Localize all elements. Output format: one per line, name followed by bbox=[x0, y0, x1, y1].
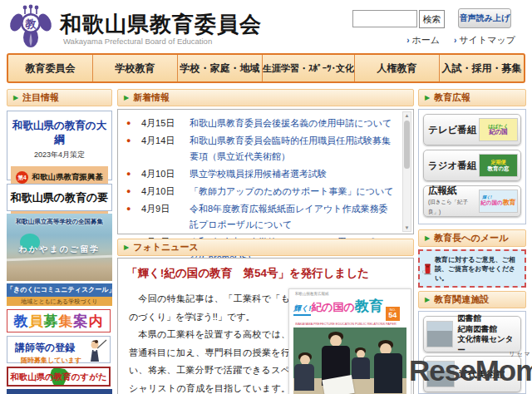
sitemap-link[interactable]: ›サイトマップ bbox=[454, 35, 515, 45]
news-link[interactable]: 和歌山県教育委員会後援名義の使用申請について bbox=[190, 116, 397, 131]
issue-number-badge: NO. 54 bbox=[386, 307, 400, 321]
search-button[interactable]: 検索 bbox=[419, 10, 445, 28]
news-item: ● 4月10日 「教師力アップのためのサポート事業」について bbox=[126, 184, 397, 199]
section-arrow-icon: ▶ bbox=[425, 234, 430, 242]
library-photo bbox=[426, 321, 453, 347]
postbox-icon bbox=[422, 255, 432, 282]
pr-header: ▶ 教育広報 bbox=[418, 89, 526, 106]
main-nav: 教育委員会 学校教育 学校・家庭・地域 生涯学習・ｽﾎﾟｰﾂ・文化 人権教育 入… bbox=[7, 53, 525, 83]
nav-tab-human-rights[interactable]: 人権教育 bbox=[354, 55, 439, 81]
page-title: 和歌山県教育委員会 bbox=[60, 10, 262, 39]
photo-news-article: 「輝く!紀の国の教育 第54号」を発行しました 今回の特集記事は、「工業科で「も… bbox=[117, 258, 414, 394]
library-button[interactable]: 図書館 紀南図書館 文化情報センター bbox=[423, 316, 521, 352]
pr-paper-thumbnail: 輝く! 紀の国の教育 bbox=[479, 190, 518, 213]
bullet-icon: ● bbox=[126, 133, 135, 165]
nav-tab-lifelong-learning[interactable]: 生涯学習・ｽﾎﾟｰﾂ・文化 bbox=[262, 55, 354, 81]
section-arrow-icon: ▶ bbox=[124, 94, 129, 101]
news-header: ▶ 新着情報 bbox=[117, 89, 414, 106]
classroom-photo bbox=[293, 328, 406, 394]
news-link[interactable]: 和歌山県教育委員会臨時的任用職員任用試験募集要項（県立近代美術館） bbox=[190, 133, 397, 165]
scrollbar-thumb[interactable] bbox=[404, 121, 410, 169]
resemom-watermark: リセマム ReseMom. bbox=[409, 350, 532, 384]
facilities-header: ▶ 教育関連施設 bbox=[418, 291, 526, 308]
section-arrow-icon: ▶ bbox=[425, 296, 430, 303]
section-title: 注目情報 bbox=[22, 91, 59, 104]
education-profile-banner[interactable]: 和歌山県の教育のすがた bbox=[7, 367, 111, 387]
radio-program-button[interactable]: ラジオ番組 定期便 教育の窓 bbox=[423, 150, 521, 181]
lecturer-registration-banner[interactable]: 講師等の登録 随時募集しています bbox=[7, 336, 111, 363]
news-link[interactable]: 「教師力アップのためのサポート事業」について bbox=[190, 184, 397, 199]
community-school-banner[interactable]: 「きのくにコミュニティスクール」の推進 地域とともにある学校づくり bbox=[7, 283, 112, 306]
section-title: 教育関連施設 bbox=[434, 293, 489, 306]
pr-box: テレビ番組 はばたく 紀の国 ラジオ番組 定期便 教育の窓 広報紙(旧きこら「紀… bbox=[418, 109, 526, 224]
section-arrow-icon: ▶ bbox=[13, 94, 18, 101]
teacher-illustration-icon bbox=[87, 338, 107, 362]
nav-tab-school-education[interactable]: 学校教育 bbox=[92, 55, 177, 81]
mail-header: ▶ 教育長へのメール bbox=[418, 229, 526, 247]
mail-to-superintendent-banner[interactable]: 教育に対するご意見、ご相談、ご提言をお寄せください。 bbox=[418, 249, 526, 288]
education-plan-box: 和歌山県の教育の大綱 2023年4月策定 第4期 和歌山県教育振興基本計画 20… bbox=[7, 111, 112, 180]
pr-paper-button[interactable]: 広報紙(旧きこら「紀子良」) 輝く! 紀の国の教育 bbox=[423, 185, 521, 217]
teacher-recruitment-banner[interactable]: 教 員 募 集 案 内 bbox=[7, 309, 111, 332]
news-scrollbar[interactable]: ▲ ▼ bbox=[402, 111, 411, 232]
news-item: ● 4月15日 和歌山県教育委員会後援名義の使用申請について bbox=[126, 116, 397, 131]
phase-badge: 第4期 bbox=[16, 171, 28, 184]
bullet-icon: ● bbox=[126, 116, 135, 131]
tv-program-thumbnail: はばたく 紀の国 bbox=[479, 118, 518, 141]
cropped-banner[interactable] bbox=[7, 389, 112, 394]
news-item: ● 4月14日 和歌山県教育委員会臨時的任用職員任用試験募集要項（県立近代美術館… bbox=[126, 133, 397, 165]
site-logo[interactable]: 教 bbox=[7, 4, 55, 49]
news-list-box: ● 4月15日 和歌山県教育委員会後援名義の使用申請について ● 4月14日 和… bbox=[117, 109, 414, 234]
scroll-up-icon[interactable]: ▲ bbox=[403, 113, 411, 118]
news-link[interactable]: 県立学校職員採用候補者選考試験 bbox=[190, 166, 397, 182]
section-arrow-icon: ▶ bbox=[425, 94, 430, 101]
wakayama-emblem-icon: 教 bbox=[7, 4, 55, 49]
nav-tab-school-family-region[interactable]: 学校・家庭・地域 bbox=[177, 55, 262, 81]
news-link[interactable]: 令和8年度教育広報紙紙面レイアウト作成業務委託プロポーザルについて bbox=[190, 201, 397, 233]
logo-kanji: 教 bbox=[25, 17, 37, 30]
search-input[interactable] bbox=[352, 10, 417, 27]
bullet-icon: ● bbox=[126, 166, 135, 182]
article-body: 今回の特集記事は、「工業科で「ものづくり」を学ぼう!!」です。 本県の工業科を設… bbox=[129, 290, 290, 394]
page-subtitle: Wakayama Prefectural Board of Education bbox=[63, 37, 212, 46]
notable-info-header: ▶ 注目情報 bbox=[7, 89, 112, 106]
bullet-icon: ● bbox=[126, 201, 135, 233]
utility-links: ›ホーム ›サイトマップ bbox=[395, 34, 515, 47]
news-item: ● 4月9日 令和8年度教育広報紙紙面レイアウト作成業務委託プロポーザルについて bbox=[126, 201, 397, 233]
section-title: 教育広報 bbox=[434, 91, 470, 104]
nav-tab-exams-recruitment[interactable]: 入試・採用・募集 bbox=[439, 55, 524, 81]
magazine-cover-image: 和歌山県教育広報紙 輝く! 紀の国の 教育 NO. 54 WAKAYAMA PR… bbox=[288, 288, 411, 394]
chevron-right-icon: › bbox=[454, 36, 456, 45]
scroll-down-icon[interactable]: ▼ bbox=[403, 225, 411, 230]
section-title: 新着情報 bbox=[133, 91, 170, 104]
news-item: ● 4月10日 県立学校職員採用候補者選考試験 bbox=[126, 166, 397, 182]
education-outline-link[interactable]: 和歌山県の教育の大綱 bbox=[7, 119, 111, 147]
text-to-speech-button[interactable]: 音声読み上げ bbox=[458, 8, 511, 28]
section-title: 教育長へのメール bbox=[434, 232, 508, 244]
section-arrow-icon: ▶ bbox=[124, 244, 129, 251]
education-key-points-box[interactable]: 和歌山県の教育の要点 bbox=[7, 184, 112, 211]
section-title: フォトニュース bbox=[133, 241, 199, 254]
nationwide-recruitment-banner[interactable]: 和歌山県立高等学校の全国募集 わかやまのご留学 bbox=[7, 214, 112, 281]
chevron-right-icon: › bbox=[406, 36, 409, 45]
education-outline-date: 2023年4月策定 bbox=[7, 150, 111, 160]
radio-program-thumbnail: 定期便 教育の窓 bbox=[479, 154, 518, 177]
home-link[interactable]: ›ホーム bbox=[406, 35, 440, 45]
wave-decoration bbox=[7, 255, 112, 261]
magazine-title: 輝く! 紀の国の 教育 NO. 54 bbox=[293, 297, 411, 321]
article-title[interactable]: 「輝く!紀の国の教育 第54号」を発行しました bbox=[126, 266, 405, 281]
nav-tab-board[interactable]: 教育委員会 bbox=[8, 55, 92, 81]
photo-news-header: ▶ フォトニュース bbox=[117, 239, 414, 256]
bullet-icon: ● bbox=[126, 184, 135, 199]
tv-program-button[interactable]: テレビ番組 はばたく 紀の国 bbox=[423, 114, 521, 145]
